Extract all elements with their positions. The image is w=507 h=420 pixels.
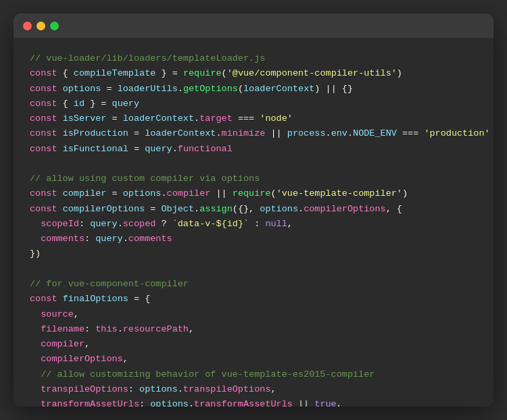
code-line: // vue-loader/lib/loaders/templateLoader… [30, 51, 477, 66]
code-line [30, 157, 477, 172]
code-line: const finalOptions = { [30, 292, 477, 307]
code-line: const isFunctional = query.functional [30, 142, 477, 157]
code-line: const isServer = loaderContext.target ==… [30, 111, 477, 126]
code-line: // allow customizing behavior of vue-tem… [30, 367, 477, 382]
code-editor: // vue-loader/lib/loaders/templateLoader… [14, 38, 493, 406]
code-line: }) [30, 246, 477, 261]
code-window: // vue-loader/lib/loaders/templateLoader… [14, 14, 493, 406]
code-line: const compilerOptions = Object.assign({}… [30, 202, 477, 217]
code-line: // for vue-component-compiler [30, 277, 477, 292]
maximize-dot[interactable] [50, 22, 59, 30]
code-line: const isProduction = loaderContext.minim… [30, 126, 477, 141]
titlebar [14, 14, 493, 38]
code-line: comments: query.comments [30, 232, 477, 246]
code-line: transpileOptions: options.transpileOptio… [30, 382, 477, 397]
code-line: compiler, [30, 337, 477, 352]
code-line: source, [30, 307, 477, 322]
code-line: const compiler = options.compiler || req… [30, 186, 477, 201]
code-line: compilerOptions, [30, 352, 477, 367]
code-line: scopeId: query.scoped ? `data-v-${id}` :… [30, 217, 477, 232]
code-line: const options = loaderUtils.getOptions(l… [30, 82, 477, 97]
close-dot[interactable] [23, 22, 32, 30]
minimize-dot[interactable] [37, 22, 45, 30]
code-line [30, 262, 477, 277]
code-line: const { compileTemplate } = require('@vu… [30, 66, 477, 81]
code-line: // allow using custom compiler via optio… [30, 172, 477, 186]
code-line: transformAssetUrls: options.transformAss… [30, 397, 477, 406]
code-line: filename: this.resourcePath, [30, 322, 477, 337]
code-line: const { id } = query [30, 97, 477, 111]
